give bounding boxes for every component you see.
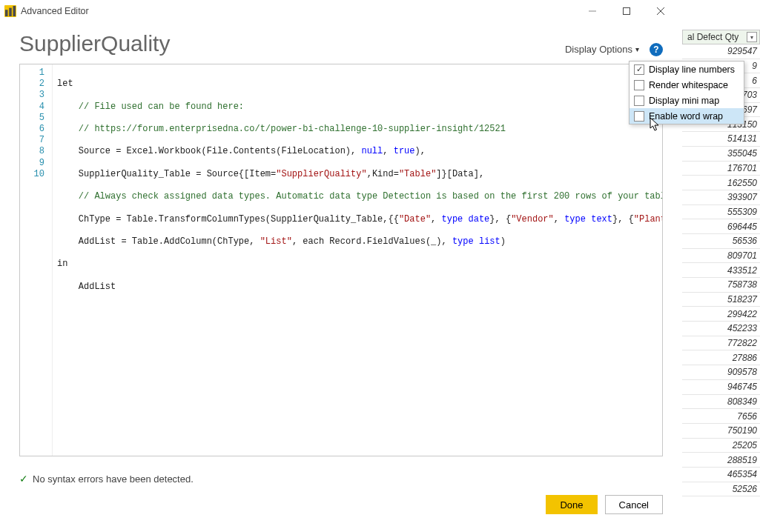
display-options-item[interactable]: Display mini map	[630, 93, 744, 108]
data-cell[interactable]: 433512	[682, 263, 760, 278]
svg-rect-0	[5, 10, 8, 16]
line-number: 4	[20, 102, 44, 113]
data-cell[interactable]: 176701	[682, 162, 760, 176]
data-cell[interactable]: 56536	[682, 234, 760, 249]
data-cell[interactable]: 909578	[682, 365, 760, 380]
code-editor[interactable]: 12345678910 let // File used can be foun…	[19, 64, 663, 456]
data-column-header-label: al Defect Qty	[687, 32, 738, 42]
checkbox-icon[interactable]	[634, 96, 644, 106]
done-button[interactable]: Done	[546, 495, 597, 514]
data-cell[interactable]: 518237	[682, 293, 760, 307]
line-number: 6	[20, 124, 44, 135]
display-options-item[interactable]: Render whitespace	[630, 77, 744, 93]
line-number: 9	[20, 158, 44, 169]
data-cell[interactable]: 355045	[682, 147, 760, 162]
display-options-item[interactable]: ✓Display line numbers	[630, 61, 744, 77]
cancel-button[interactable]: Cancel	[605, 495, 663, 514]
app-icon	[4, 5, 16, 17]
data-cell[interactable]: 555309	[682, 205, 760, 220]
display-options-item[interactable]: Enable word wrap	[630, 108, 744, 124]
display-options-item-label: Display line numbers	[649, 64, 735, 75]
checkbox-icon[interactable]	[634, 111, 644, 122]
data-cell[interactable]: 452233	[682, 322, 760, 336]
footer: Done Cancel	[546, 495, 663, 514]
svg-rect-2	[13, 6, 16, 16]
data-cell[interactable]: 299422	[682, 307, 760, 322]
header-row: SupplierQuality Display Options ?	[0, 22, 682, 59]
data-cell[interactable]: 27886	[682, 350, 760, 365]
data-cell[interactable]: 162550	[682, 176, 760, 190]
code-content[interactable]: let // File used can be found here: // h…	[53, 64, 662, 456]
checkbox-icon[interactable]	[634, 80, 644, 90]
line-number: 2	[20, 79, 44, 90]
column-filter-dropdown-icon[interactable]: ▾	[747, 32, 757, 42]
line-number: 1	[20, 67, 44, 79]
data-cell[interactable]: 696445	[682, 219, 760, 234]
data-cell[interactable]: 25205	[682, 439, 760, 453]
data-cell[interactable]: 929547	[682, 44, 760, 59]
data-cell[interactable]: 758738	[682, 278, 760, 293]
data-cell[interactable]: 52526	[682, 482, 760, 497]
close-button[interactable]	[644, 0, 678, 22]
line-number: 10	[20, 169, 44, 180]
query-name: SupplierQuality	[19, 31, 561, 56]
line-number: 3	[20, 90, 44, 101]
window-title: Advanced Editor	[21, 6, 575, 16]
checkbox-icon[interactable]: ✓	[634, 64, 644, 75]
data-column-header[interactable]: al Defect Qty ▾	[682, 30, 760, 44]
maximize-button[interactable]	[609, 0, 644, 22]
display-options-menu[interactable]: ✓Display line numbersRender whitespaceDi…	[629, 61, 744, 124]
display-options-button[interactable]: Display Options	[561, 42, 644, 56]
display-options-item-label: Display mini map	[649, 96, 719, 106]
titlebar: Advanced Editor	[0, 0, 682, 22]
data-cell[interactable]: 393907	[682, 190, 760, 205]
display-options-item-label: Enable word wrap	[649, 111, 723, 122]
minimize-button[interactable]	[575, 0, 609, 22]
advanced-editor-window: Advanced Editor SupplierQuality Display …	[0, 0, 682, 532]
svg-rect-1	[9, 8, 12, 16]
line-number: 8	[20, 146, 44, 157]
data-cell[interactable]: 808349	[682, 395, 760, 410]
data-cell[interactable]: 750190	[682, 424, 760, 439]
status-bar: ✓ No syntax errors have been detected.	[19, 473, 194, 485]
data-cell[interactable]: 514131	[682, 132, 760, 147]
data-cell[interactable]: 809701	[682, 249, 760, 264]
data-cell[interactable]: 946745	[682, 380, 760, 395]
line-number-gutter: 12345678910	[20, 64, 53, 456]
check-icon: ✓	[19, 473, 28, 485]
data-cell[interactable]: 7656	[682, 409, 760, 424]
line-number: 5	[20, 113, 44, 124]
help-button[interactable]: ?	[650, 43, 663, 56]
data-cell[interactable]: 288519	[682, 453, 760, 468]
line-number: 7	[20, 135, 44, 146]
display-options-item-label: Render whitespace	[649, 80, 728, 90]
data-cell[interactable]: 772822	[682, 336, 760, 351]
data-cell[interactable]: 465354	[682, 468, 760, 482]
status-message: No syntax errors have been detected.	[33, 473, 194, 485]
svg-rect-4	[624, 8, 630, 15]
